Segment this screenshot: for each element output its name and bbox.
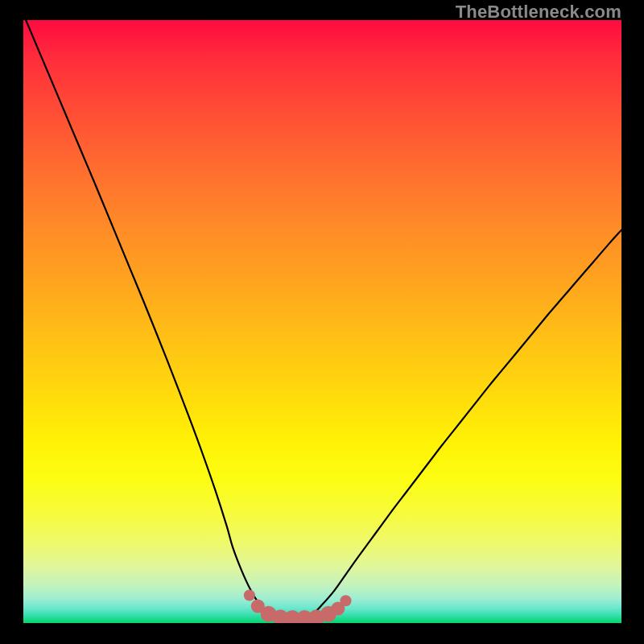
marker-dot	[340, 595, 351, 606]
marker-group	[244, 589, 352, 623]
chart-overlay	[23, 20, 621, 623]
watermark-text: TheBottleneck.com	[456, 2, 621, 23]
plot-area	[23, 20, 621, 623]
marker-dot	[244, 589, 255, 601]
bottleneck-curve	[23, 20, 621, 620]
chart-frame: TheBottleneck.com	[0, 0, 644, 644]
